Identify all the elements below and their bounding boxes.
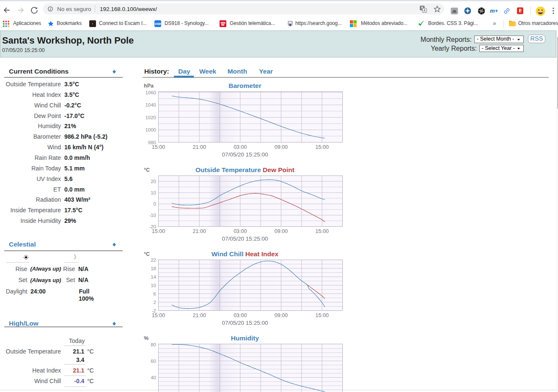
svg-text:09:00: 09:00: [275, 313, 288, 318]
svg-text:15:00: 15:00: [316, 228, 329, 234]
svg-text:15:00: 15:00: [152, 313, 165, 318]
svg-text:09:00: 09:00: [275, 228, 288, 234]
svg-text:20: 20: [151, 179, 156, 184]
svg-text:1040: 1040: [145, 102, 156, 107]
svg-text:21:00: 21:00: [193, 144, 206, 150]
svg-text:15:00: 15:00: [152, 228, 165, 234]
svg-text:m+: m+: [490, 8, 498, 14]
svg-text:6: 6: [154, 291, 156, 296]
svg-text:07/05/20 15:25:00: 07/05/20 15:25:00: [222, 151, 268, 158]
svg-text:03:00: 03:00: [234, 228, 247, 234]
svg-text:60: 60: [151, 359, 156, 364]
svg-text:22: 22: [151, 258, 156, 263]
svg-text:1000: 1000: [145, 127, 156, 132]
svg-text:14: 14: [151, 274, 156, 280]
svg-text:18: 18: [151, 266, 156, 271]
svg-text:Humidity: Humidity: [231, 334, 259, 342]
svg-text:1060: 1060: [145, 90, 156, 95]
svg-text:hPa: hPa: [144, 83, 154, 89]
svg-text:-10: -10: [149, 213, 156, 218]
svg-text:21:00: 21:00: [193, 313, 206, 318]
svg-text:2: 2: [154, 300, 156, 305]
svg-text:03:00: 03:00: [234, 313, 247, 318]
svg-text:09:00: 09:00: [275, 144, 288, 150]
svg-text:0: 0: [154, 201, 156, 206]
svg-text:1020: 1020: [145, 115, 156, 120]
svg-text:°C: °C: [144, 167, 150, 173]
svg-text:%: %: [144, 335, 148, 341]
svg-text:03:00: 03:00: [234, 144, 247, 150]
svg-text:07/05/20 15:25:00: 07/05/20 15:25:00: [222, 236, 268, 242]
svg-text:°C: °C: [144, 251, 150, 257]
svg-text:Barometer: Barometer: [228, 82, 261, 89]
svg-text:Wind Chill Heat Index: Wind Chill Heat Index: [212, 250, 279, 258]
svg-text:15:00: 15:00: [316, 313, 329, 318]
svg-text:21:00: 21:00: [193, 228, 206, 234]
svg-text:Outside Temperature Dew Point: Outside Temperature Dew Point: [195, 166, 294, 173]
svg-text:15:00: 15:00: [316, 144, 329, 150]
svg-text:DSM: DSM: [155, 22, 161, 25]
svg-text:07/05/20 15:25:00: 07/05/20 15:25:00: [222, 320, 268, 326]
svg-text:10: 10: [151, 283, 156, 288]
svg-text:15:00: 15:00: [152, 144, 165, 150]
svg-text:40: 40: [151, 375, 156, 380]
svg-text:10: 10: [151, 190, 156, 195]
svg-text:80: 80: [151, 342, 156, 347]
